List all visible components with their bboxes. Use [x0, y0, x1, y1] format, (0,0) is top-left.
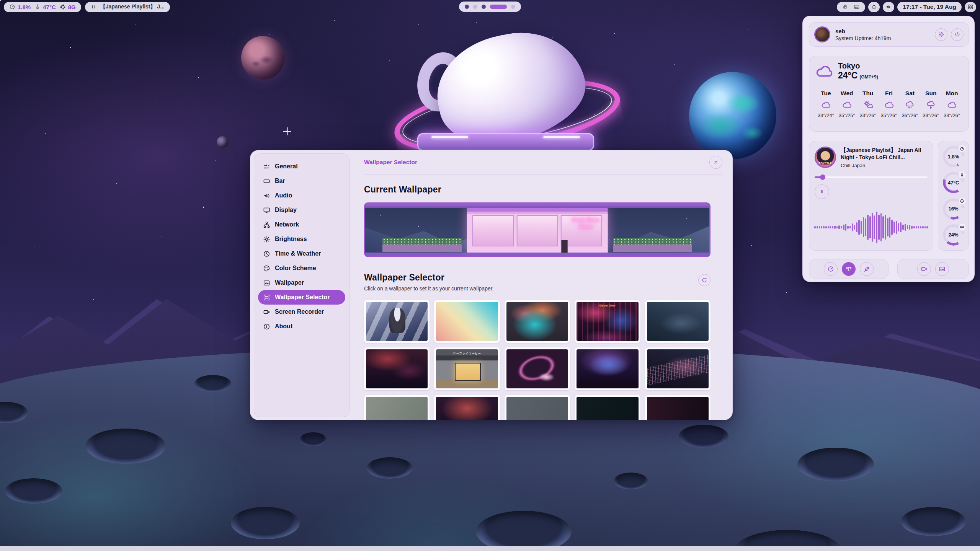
power-profile-performance[interactable] [824, 262, 838, 276]
user-name: seb [835, 28, 891, 35]
speaker-icon [263, 192, 270, 199]
sidebar-item-label: Bar [275, 178, 285, 184]
forecast-day: Thu [862, 90, 873, 97]
speedometer-icon [960, 147, 964, 151]
wallpaper-thumb-lofi-coffee-shop[interactable]: ローファイコーヒー [434, 347, 500, 390]
wallpaper-thumb-violet-eclipse[interactable] [505, 347, 570, 390]
sidebar-item-label: Wallpaper [275, 279, 304, 286]
workspace-5[interactable] [511, 5, 515, 9]
close-button[interactable] [709, 156, 722, 169]
sidebar-item-bar[interactable]: Bar [258, 174, 345, 188]
quick-actions-card [897, 259, 969, 279]
sidebar-item-display[interactable]: Display [258, 203, 345, 217]
play-pause-button[interactable] [815, 184, 829, 199]
system-stats-pill[interactable]: 1.8%47°C8G [4, 2, 81, 12]
weather-city: Tokyo [838, 62, 878, 70]
wallpaper-thumb-nebula-forest[interactable] [575, 347, 640, 390]
settings-button[interactable] [935, 28, 947, 41]
palette-icon [263, 265, 270, 272]
power-profile-power-saver[interactable] [860, 262, 874, 276]
forecast-day: Wed [841, 90, 853, 97]
wallpaper-selector-icon [263, 294, 270, 301]
workspace-1[interactable] [465, 5, 469, 9]
workspaces-pill[interactable] [459, 2, 521, 12]
thumb-label: ローファイコーヒー [453, 352, 481, 355]
sidebar-item-color-scheme[interactable]: Color Scheme [258, 261, 345, 276]
dock-strip [0, 546, 980, 551]
wallpaper-thumb-pastel-gradient[interactable] [434, 300, 500, 343]
selector-subtitle: Click on a wallpaper to set it as your c… [364, 285, 494, 292]
sidebar-item-wallpaper[interactable]: Wallpaper [258, 276, 345, 290]
avatar [814, 26, 830, 42]
wallpaper-thumb-dark-teal[interactable] [575, 395, 640, 420]
cloud-icon [815, 62, 833, 80]
power-button[interactable] [951, 28, 964, 41]
wallpaper-thumb-coral-reef[interactable] [434, 395, 500, 420]
power-profile-balanced[interactable] [842, 262, 856, 276]
sidebar-item-network[interactable]: Network [258, 217, 345, 232]
workspace-2[interactable] [473, 5, 477, 9]
track-title: 【Japanese Playlist】 Japan All Night - To… [841, 147, 928, 161]
sidebar-item-about[interactable]: About [258, 319, 345, 334]
notifications-button[interactable] [868, 2, 880, 12]
refresh-icon [701, 277, 707, 283]
sidebar-item-wallpaper-selector[interactable]: Wallpaper Selector [258, 290, 345, 305]
refresh-button[interactable] [698, 274, 710, 286]
current-wallpaper-preview[interactable]: Fresh Moon Beans [364, 202, 710, 257]
screenshot-button[interactable] [935, 262, 949, 276]
sidebar-item-time-weather[interactable]: Time & Weather [258, 246, 345, 261]
divider [815, 85, 962, 85]
media-pill-title: 【Japanese Playlist】 J... [100, 3, 165, 10]
weather-forecast: Tue33°/24°Wed35°/25°Thu33°/26°Fri35°/26°… [815, 90, 962, 118]
cloud-icon [947, 100, 957, 109]
seek-slider[interactable] [815, 174, 928, 180]
hand-icon [842, 4, 848, 10]
volume-icon [885, 4, 892, 10]
sidebar-item-brightness[interactable]: Brightness [258, 232, 345, 246]
sidebar-item-label: Display [275, 207, 297, 214]
volume-button[interactable] [883, 2, 894, 12]
stat-speedometer: 1.8% [9, 4, 31, 10]
sidebar-item-general[interactable]: General [258, 159, 345, 174]
power-icon [954, 31, 960, 37]
wallpaper-thumb-wire-mesh[interactable] [645, 347, 710, 390]
picture-icon [854, 4, 860, 10]
gear-icon [938, 31, 944, 37]
wallpaper-grid: Game Overローファイコーヒー [364, 300, 710, 420]
forecast-temps: 35°/26° [881, 112, 897, 118]
sidebar-item-label: Screen Recorder [275, 308, 324, 315]
system-gauges-card: 1.8%47°C16%24% [938, 141, 969, 251]
sidebar-item-audio[interactable]: Audio [258, 188, 345, 203]
leaf-icon [863, 266, 870, 272]
settings-main: Wallpaper Selector Current Wallpaper Fre… [350, 150, 732, 420]
wallpaper-thumb-grey-slate[interactable] [505, 395, 570, 420]
forecast-day: Fri [885, 90, 893, 97]
wallpaper-thumb-snowy-village[interactable] [645, 300, 710, 343]
dashboard-button[interactable] [965, 2, 976, 12]
system-tray[interactable] [837, 2, 865, 12]
wallpaper-thumb-dark-maroon[interactable] [645, 395, 710, 420]
seek-thumb[interactable] [820, 174, 825, 180]
preview-bottom-band [365, 253, 709, 256]
media-player-card: TOKYO L 【Japanese Playlist】 Japan All Ni… [809, 141, 933, 251]
media-pill[interactable]: 【Japanese Playlist】 J... [85, 2, 170, 12]
pause-icon [90, 4, 96, 10]
sidebar-item-screen-recorder[interactable]: Screen Recorder [258, 305, 345, 319]
wallpaper-thumb-sage-field[interactable] [364, 395, 430, 420]
screen-record-button[interactable] [917, 262, 931, 276]
forecast-fri: Fri35°/26° [879, 90, 900, 118]
clock[interactable]: 17:17 - Tue, 19 Aug [897, 2, 962, 12]
workspace-4[interactable] [490, 5, 507, 9]
sidebar-item-label: Network [275, 221, 299, 228]
wallpaper-thumb-aurora-blur[interactable] [505, 300, 570, 343]
forecast-temps: 33°/26° [923, 112, 939, 118]
workspace-3[interactable] [482, 5, 486, 9]
neon-cafe-roof [417, 133, 594, 151]
forecast-temps: 35°/25° [839, 112, 855, 118]
forecast-thu: Thu33°/26° [858, 90, 879, 118]
preview-top-band [365, 204, 709, 208]
wallpaper-thumb-anime-street[interactable] [364, 300, 430, 343]
track-artist: Chill Japan. [841, 163, 928, 168]
wallpaper-thumb-neon-arcade[interactable]: Game Over [575, 300, 640, 343]
wallpaper-thumb-crimson-forest[interactable] [364, 347, 430, 390]
